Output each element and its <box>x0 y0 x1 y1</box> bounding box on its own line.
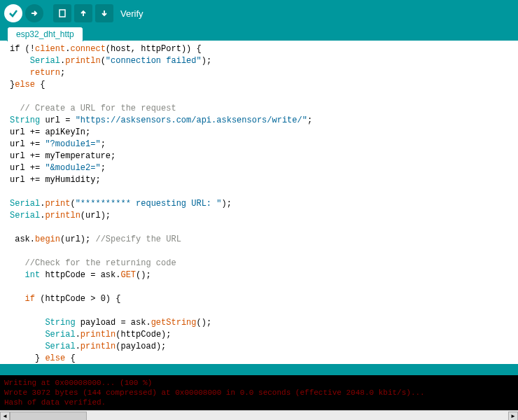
console-line: Wrote 3072 bytes (144 compressed) at 0x0… <box>4 388 514 398</box>
tab-label: esp32_dht_http <box>16 29 74 39</box>
console-output: Writing at 0x00008000... (100 %) Wrote 3… <box>0 375 518 410</box>
file-icon <box>57 8 67 18</box>
tab-bar: esp32_dht_http <box>0 27 518 41</box>
scroll-left-icon[interactable]: ◄ <box>0 412 10 421</box>
upload-button[interactable] <box>25 4 43 22</box>
svg-rect-0 <box>59 10 65 17</box>
scroll-right-icon[interactable]: ► <box>508 412 518 421</box>
code-content: if (!client.connect(host, httpPort)) { S… <box>0 43 518 364</box>
horizontal-scrollbar[interactable]: ◄ ► <box>0 410 518 420</box>
open-button[interactable] <box>74 4 92 22</box>
console-line: Hash of data verified. <box>4 398 514 407</box>
code-editor[interactable]: if (!client.connect(host, httpPort)) { S… <box>0 41 518 364</box>
toolbar-label: Verify <box>120 8 144 19</box>
arrow-down-icon <box>99 8 109 18</box>
arrow-up-icon <box>78 8 88 18</box>
new-button[interactable] <box>53 4 71 22</box>
scroll-track[interactable] <box>10 412 508 421</box>
verify-button[interactable] <box>4 4 22 22</box>
save-button[interactable] <box>95 4 113 22</box>
divider-bar <box>0 364 518 375</box>
scroll-thumb[interactable] <box>10 412 87 421</box>
console-line: Writing at 0x00008000... (100 %) <box>4 378 514 388</box>
sketch-tab[interactable]: esp32_dht_http <box>7 27 83 41</box>
arrow-right-icon <box>29 8 39 18</box>
check-icon <box>8 8 18 18</box>
toolbar: Verify <box>0 0 518 27</box>
